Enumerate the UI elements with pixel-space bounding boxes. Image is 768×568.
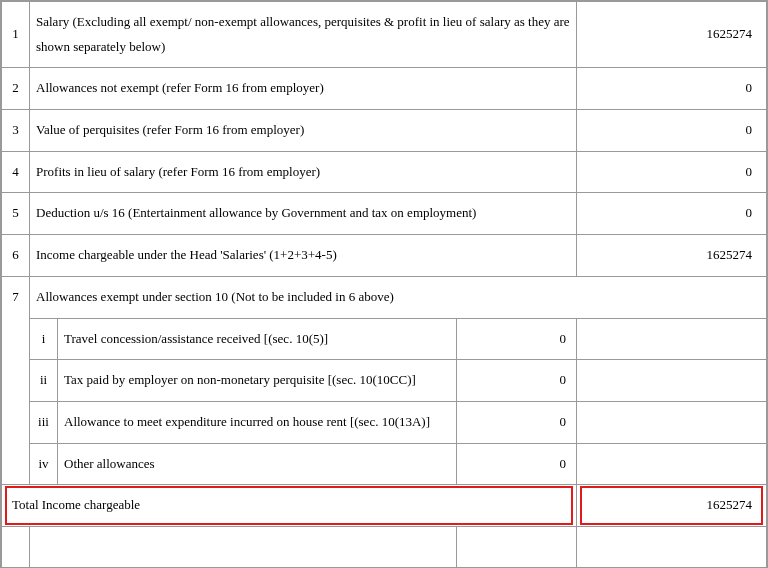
row-value: 0: [577, 151, 767, 193]
table-row: 6 Income chargeable under the Head 'Sala…: [2, 235, 767, 277]
subrow-value: 0: [456, 443, 576, 485]
table-row: 1 Salary (Excluding all exempt/ non-exem…: [2, 2, 767, 68]
subrow-number: ii: [30, 360, 58, 402]
table-subrow: ii Tax paid by employer on non-monetary …: [2, 360, 767, 402]
subrow-blank: [577, 318, 767, 360]
table-subrow: iv Other allowances 0: [2, 443, 767, 485]
row-description: Allowances exempt under section 10 (Not …: [30, 276, 767, 318]
subrow-value: 0: [456, 318, 576, 360]
subrow-value: 0: [456, 360, 576, 402]
subrow-number: iii: [30, 401, 58, 443]
table-subrow: i Travel concession/assistance received …: [2, 318, 767, 360]
subrow-description: Tax paid by employer on non-monetary per…: [58, 360, 457, 402]
row-description: Allowances not exempt (refer Form 16 fro…: [30, 68, 577, 110]
row-value: 1625274: [577, 2, 767, 68]
table-row: 5 Deduction u/s 16 (Entertainment allowa…: [2, 193, 767, 235]
total-label: Total Income chargeable: [2, 485, 577, 527]
row-number: 7: [2, 276, 30, 484]
subrow-description: Travel concession/assistance received [(…: [58, 318, 457, 360]
row-number: 5: [2, 193, 30, 235]
row-value: 0: [577, 193, 767, 235]
subrow-description: Allowance to meet expenditure incurred o…: [58, 401, 457, 443]
row-value: 0: [577, 110, 767, 152]
row-number: 3: [2, 110, 30, 152]
subrow-blank: [577, 401, 767, 443]
row-value: 1625274: [577, 235, 767, 277]
empty-area: [2, 526, 767, 568]
row-value: 0: [577, 68, 767, 110]
subrow-value: 0: [456, 401, 576, 443]
subrow-number: i: [30, 318, 58, 360]
subrow-blank: [577, 443, 767, 485]
row-description: Deduction u/s 16 (Entertainment allowanc…: [30, 193, 577, 235]
total-value: 1625274: [577, 485, 767, 527]
row-description: Income chargeable under the Head 'Salari…: [30, 235, 577, 277]
total-label-text: Total Income chargeable: [12, 497, 140, 512]
total-row: Total Income chargeable 1625274: [2, 485, 767, 527]
total-value-text: 1625274: [707, 497, 753, 512]
table-subrow: iii Allowance to meet expenditure incurr…: [2, 401, 767, 443]
table-row: 3 Value of perquisites (refer Form 16 fr…: [2, 110, 767, 152]
row-number: 2: [2, 68, 30, 110]
row-description: Salary (Excluding all exempt/ non-exempt…: [30, 2, 577, 68]
row-number: 1: [2, 2, 30, 68]
row-number: 4: [2, 151, 30, 193]
salary-table: 1 Salary (Excluding all exempt/ non-exem…: [1, 1, 767, 568]
subrow-number: iv: [30, 443, 58, 485]
subrow-description: Other allowances: [58, 443, 457, 485]
row-number: 6: [2, 235, 30, 277]
row-description: Value of perquisites (refer Form 16 from…: [30, 110, 577, 152]
table-row: 7 Allowances exempt under section 10 (No…: [2, 276, 767, 318]
tax-form-table: 1 Salary (Excluding all exempt/ non-exem…: [0, 0, 768, 568]
table-row: 2 Allowances not exempt (refer Form 16 f…: [2, 68, 767, 110]
subrow-blank: [577, 360, 767, 402]
row-description: Profits in lieu of salary (refer Form 16…: [30, 151, 577, 193]
table-row: 4 Profits in lieu of salary (refer Form …: [2, 151, 767, 193]
